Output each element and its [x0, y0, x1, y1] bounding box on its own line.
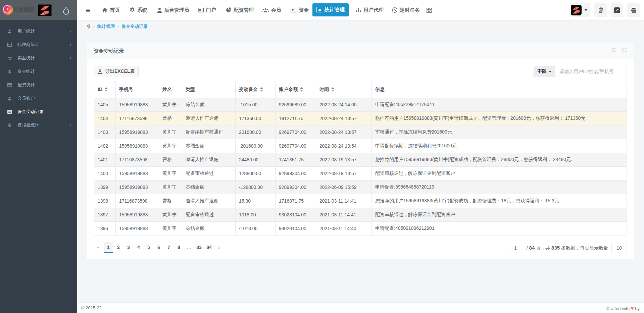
- svg-text:金龙集团: 金龙集团: [13, 6, 34, 12]
- svg-text:$: $: [8, 69, 11, 74]
- svg-text:WWW.JINLONGJITUAN.COM: WWW.JINLONGJITUAN.COM: [14, 13, 35, 15]
